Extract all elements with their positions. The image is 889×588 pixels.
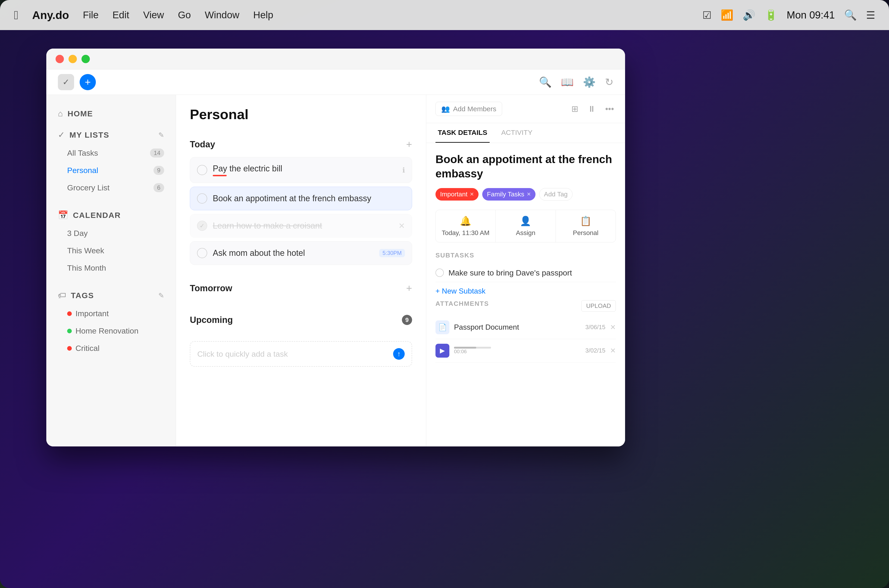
task-pay-electric[interactable]: Pay the electric bill ℹ (190, 157, 412, 183)
task-book-appointment[interactable]: Book an appotiment at the french embassy (190, 187, 412, 210)
add-button[interactable]: + (80, 74, 96, 90)
grid-icon[interactable]: ⊞ (570, 102, 580, 116)
menu-go[interactable]: Go (178, 9, 191, 21)
today-add-icon[interactable]: + (406, 138, 412, 150)
subtask-1[interactable]: Make sure to bring Dave's passport (435, 264, 616, 282)
passport-remove[interactable]: ✕ (610, 323, 616, 331)
minimize-button[interactable] (69, 55, 77, 63)
subtask1-text: Make sure to bring Dave's passport (448, 268, 572, 278)
sidebar-tag-critical[interactable]: Critical (46, 340, 176, 357)
grocery-label: Grocery List (67, 183, 110, 192)
home-dot (67, 329, 72, 333)
battery-icon: 🔋 (765, 9, 778, 21)
menu-icon[interactable]: ☰ (866, 9, 875, 21)
task3-checkbox[interactable] (197, 220, 207, 231)
attachment-video[interactable]: ▶ 00:06 3/02/15 ✕ (435, 339, 616, 363)
tags-header[interactable]: 🏷 TAGS ✎ (46, 286, 176, 305)
sidebar-item-grocery[interactable]: Grocery List 6 (46, 179, 176, 196)
task4-checkbox[interactable] (197, 248, 207, 258)
action-list[interactable]: 📋 Personal (556, 210, 615, 242)
action-assign[interactable]: 👤 Assign (496, 210, 556, 242)
upload-button[interactable]: UPLOAD (581, 300, 616, 312)
assign-icon: 👤 (520, 216, 531, 226)
clock: Mon 09:41 (787, 9, 835, 21)
task2-checkbox[interactable] (197, 194, 207, 204)
task-ask-mom[interactable]: Ask mom about the hotel 5:30PM (190, 241, 412, 265)
edit-lists-icon[interactable]: ✎ (158, 131, 164, 139)
tab-task-details[interactable]: TASK DETAILS (435, 123, 490, 143)
calendar-icon: 📅 (58, 210, 68, 220)
action-reminder[interactable]: 🔔 Today, 11:30 AM (436, 210, 496, 242)
quick-add-button[interactable]: ↑ (393, 348, 405, 360)
sidebar-item-thismonth[interactable]: This Month (46, 259, 176, 277)
search-icon[interactable]: 🔍 (844, 9, 857, 21)
tag-family[interactable]: Family Tasks ✕ (482, 188, 535, 201)
new-subtask-button[interactable]: + New Subtask (435, 282, 616, 300)
tag-important-label: Important (440, 190, 468, 198)
attachments-label: ATTACHMENTS (435, 300, 489, 308)
add-members-button[interactable]: 👥 Add Members (435, 102, 502, 116)
detail-topbar: 👥 Add Members ⊞ ⏸ ••• (426, 95, 625, 123)
detail-actions: 🔔 Today, 11:30 AM 👤 Assign 📋 Personal (435, 210, 616, 242)
task-learn-croisant[interactable]: Learn how to make a croisant ✕ (190, 214, 412, 237)
attachment-passport[interactable]: 📄 Passport Document 3/06/15 ✕ (435, 316, 616, 339)
tag-important-close[interactable]: ✕ (470, 191, 474, 197)
subtask1-checkbox[interactable] (435, 268, 444, 277)
home-icon: ⌂ (58, 109, 63, 118)
search-toolbar-icon[interactable]: 🔍 (539, 76, 552, 88)
detail-topbar-actions: ⊞ ⏸ ••• (570, 102, 616, 116)
menubar:  Any.do File Edit View Go Window Help ☑… (0, 0, 889, 30)
task3-remove-icon[interactable]: ✕ (399, 221, 405, 230)
grocery-badge: 6 (153, 183, 164, 192)
my-lists-label: MY LISTS (69, 130, 109, 140)
calendar-header[interactable]: 📅 CALENDAR (46, 206, 176, 225)
tomorrow-header[interactable]: Tomorrow + (190, 278, 412, 298)
task-panel-header: Personal (176, 95, 426, 129)
task1-priority (213, 175, 227, 176)
critical-tag-label: Critical (75, 344, 99, 353)
sidebar-tag-important[interactable]: Important (46, 305, 176, 322)
menu-help[interactable]: Help (253, 9, 273, 21)
task2-text: Book an appotiment at the french embassy (213, 194, 405, 203)
app-name: Any.do (32, 9, 69, 21)
maximize-button[interactable] (81, 55, 90, 63)
refresh-icon[interactable]: ↻ (605, 76, 614, 88)
tag-family-close[interactable]: ✕ (527, 191, 531, 197)
upcoming-section: Upcoming 9 (176, 306, 426, 336)
sidebar-item-3day[interactable]: 3 Day (46, 225, 176, 242)
detail-body: Book an appotiment at the french embassy… (426, 143, 625, 372)
my-lists-header[interactable]: ✓ MY LISTS ✎ (46, 125, 176, 144)
video-remove[interactable]: ✕ (610, 346, 616, 355)
3day-label: 3 Day (67, 229, 88, 238)
menu-file[interactable]: File (83, 9, 99, 21)
tag-add[interactable]: Add Tag (539, 188, 573, 201)
settings-icon[interactable]: ⚙️ (583, 76, 596, 88)
lists-icon: ✓ (58, 130, 65, 140)
more-icon[interactable]: ••• (603, 102, 616, 116)
menu-view[interactable]: View (143, 9, 164, 21)
tab-activity[interactable]: ACTIVITY (499, 123, 535, 143)
important-dot (67, 311, 72, 316)
sidebar-item-personal[interactable]: Personal 9 (46, 162, 176, 179)
pause-icon[interactable]: ⏸ (586, 102, 598, 116)
tag-important[interactable]: Important ✕ (435, 188, 478, 201)
attachments-header-row: ATTACHMENTS UPLOAD (435, 300, 616, 312)
menu-edit[interactable]: Edit (113, 9, 129, 21)
sidebar-tag-home[interactable]: Home Renovation (46, 322, 176, 340)
close-button[interactable] (56, 55, 64, 63)
sidebar-home[interactable]: ⌂ HOME (46, 104, 176, 123)
menu-window[interactable]: Window (205, 9, 239, 21)
sidebar-item-thisweek[interactable]: This Week (46, 242, 176, 259)
screen: ✓ + 🔍 📖 ⚙️ ↻ ⌂ (0, 30, 889, 588)
quick-add[interactable]: Click to quickly add a task ↑ (190, 341, 412, 367)
sidebar-item-all-tasks[interactable]: All Tasks 14 (46, 144, 176, 162)
book-icon[interactable]: 📖 (561, 76, 574, 88)
edit-tags-icon[interactable]: ✎ (158, 291, 164, 300)
calendar-label: CALENDAR (73, 211, 121, 220)
upcoming-label: Upcoming (190, 315, 233, 325)
video-info: 00:06 (454, 347, 581, 355)
task1-checkbox[interactable] (197, 165, 207, 175)
tomorrow-add-icon[interactable]: + (406, 282, 412, 294)
detail-tabs: TASK DETAILS ACTIVITY (426, 123, 625, 143)
personal-badge: 9 (153, 166, 164, 175)
